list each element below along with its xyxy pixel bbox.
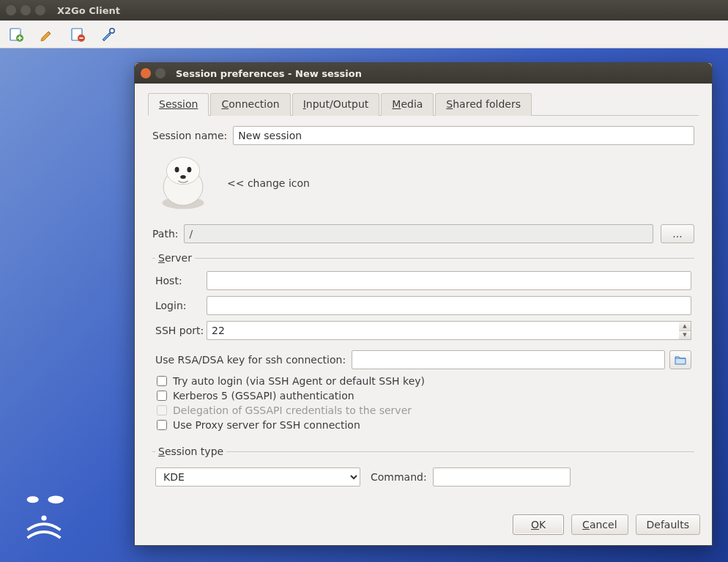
tab-shared-folders[interactable]: Shared folders	[435, 93, 532, 116]
settings-icon[interactable]	[98, 24, 119, 45]
main-toolbar	[0, 21, 728, 48]
session-name-label: Session name:	[152, 130, 227, 141]
edit-icon[interactable]	[37, 24, 57, 45]
dialog-close-icon[interactable]	[141, 68, 151, 78]
session-type-select[interactable]: KDE	[155, 467, 360, 487]
seal-background-icon	[11, 485, 77, 551]
login-label: Login:	[155, 300, 207, 311]
sshkey-input[interactable]	[352, 350, 665, 369]
svg-point-11	[166, 158, 199, 185]
tab-connection[interactable]: Connection	[210, 93, 290, 116]
tab-row: Session Connection Input/Output Media Sh…	[148, 92, 699, 116]
dialog-titlebar: Session preferences - New session	[135, 63, 712, 84]
session-icon[interactable]	[152, 152, 214, 214]
dialog-minimize-icon[interactable]	[155, 68, 166, 78]
main-title: X2Go Client	[57, 5, 120, 16]
svg-point-6	[27, 496, 39, 503]
change-icon-link[interactable]: << change icon	[227, 177, 310, 189]
session-type-legend: Session type	[155, 445, 226, 457]
chk-proxy[interactable]: Use Proxy server for SSH connection	[157, 419, 691, 431]
main-window: X2Go Client Session preferences - New se	[0, 0, 728, 562]
cancel-button[interactable]: Cancel	[571, 514, 628, 535]
delete-session-icon[interactable]	[67, 24, 88, 45]
svg-point-7	[48, 495, 64, 503]
sshkey-label: Use RSA/DSA key for ssh connection:	[155, 354, 346, 366]
sshport-label: SSH port:	[155, 325, 207, 336]
sshport-input[interactable]	[207, 321, 679, 340]
server-legend: Server	[155, 252, 195, 264]
chk-delegation: Delegation of GSSAPI credentials to the …	[157, 404, 691, 416]
svg-point-14	[180, 175, 186, 179]
session-type-group: Session type KDE Command:	[152, 445, 694, 495]
dialog-title: Session preferences - New session	[176, 68, 362, 79]
path-input	[184, 224, 653, 243]
login-input[interactable]	[207, 296, 691, 315]
browse-path-button[interactable]: ...	[661, 224, 694, 243]
tab-media[interactable]: Media	[381, 93, 434, 116]
sshkey-browse-button[interactable]	[669, 350, 691, 369]
defaults-button[interactable]: Defaults	[636, 514, 700, 535]
host-input[interactable]	[207, 271, 691, 290]
folder-open-icon	[675, 355, 686, 365]
path-label: Path:	[152, 228, 178, 240]
server-group: Server Host: Login: SSH port: ▲▼	[152, 252, 694, 437]
spin-down-icon[interactable]: ▼	[679, 331, 691, 340]
svg-point-5	[110, 28, 114, 32]
svg-point-12	[175, 167, 179, 173]
main-close-icon[interactable]	[6, 5, 16, 15]
svg-point-13	[187, 167, 191, 173]
tab-input-output[interactable]: Input/Output	[292, 93, 380, 116]
tab-content-session: Session name: << change icon	[148, 116, 699, 507]
command-label: Command:	[371, 471, 427, 483]
svg-point-8	[41, 515, 46, 520]
main-maximize-icon[interactable]	[35, 5, 45, 15]
session-preferences-dialog: Session preferences - New session Sessio…	[134, 62, 713, 546]
ok-button[interactable]: OK	[513, 514, 564, 535]
main-titlebar: X2Go Client	[0, 0, 728, 21]
new-session-icon[interactable]	[6, 24, 26, 45]
chk-kerberos[interactable]: Kerberos 5 (GSSAPI) authentication	[157, 390, 691, 402]
chk-autologin[interactable]: Try auto login (via SSH Agent or default…	[157, 375, 691, 387]
session-name-input[interactable]	[233, 126, 694, 145]
command-input[interactable]	[433, 467, 571, 487]
tab-session[interactable]: Session	[148, 93, 209, 116]
main-minimize-icon[interactable]	[21, 5, 31, 15]
host-label: Host:	[155, 275, 207, 286]
sshport-spinner[interactable]: ▲▼	[679, 321, 691, 340]
dialog-button-bar: OK Cancel Defaults	[135, 507, 712, 545]
spin-up-icon[interactable]: ▲	[679, 322, 691, 331]
